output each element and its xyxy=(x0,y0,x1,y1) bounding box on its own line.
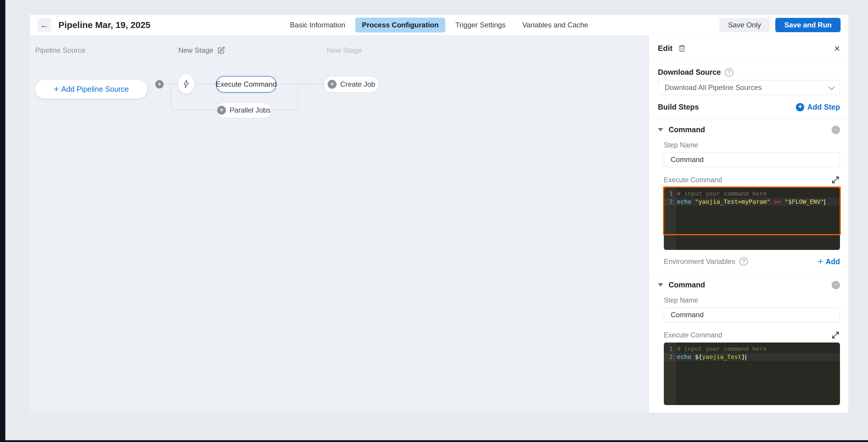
create-job-label: Create Job xyxy=(340,80,375,89)
code-line: 1# input your command here xyxy=(664,190,840,198)
download-source-row: Download Source xyxy=(658,68,840,76)
code-content: # input your command here xyxy=(677,345,767,353)
step-1-name-input[interactable]: Command xyxy=(664,152,840,167)
env-add-button[interactable]: Add xyxy=(818,257,840,267)
tab-variables-and-cache[interactable]: Variables and Cache xyxy=(516,18,595,32)
pipeline-source-column-label: Pipeline Source xyxy=(35,46,85,55)
pipeline-editor-window: Pipeline Mar, 19, 2025 Basic Information… xyxy=(30,15,848,412)
step-1-editor-wrap: 1# input your command here2echo "yaojia_… xyxy=(664,188,840,250)
panel-title: Edit xyxy=(658,44,673,53)
add-step-button[interactable]: Add Step xyxy=(796,103,840,111)
top-header: Pipeline Mar, 19, 2025 Basic Information… xyxy=(30,15,848,35)
help-icon[interactable] xyxy=(740,257,748,266)
pipeline-source-label-text: Pipeline Source xyxy=(35,46,85,55)
tab-process-configuration[interactable]: Process Configuration xyxy=(355,18,445,32)
expand-editor-icon[interactable] xyxy=(831,331,840,340)
page-title: Pipeline Mar, 19, 2025 xyxy=(58,20,151,30)
column-divider-1 xyxy=(160,35,160,412)
new-stage-1-column-label: New Stage xyxy=(178,46,225,55)
plus-circle-icon xyxy=(328,80,337,89)
save-only-button[interactable]: Save Only xyxy=(719,18,770,32)
panel-divider xyxy=(649,118,848,119)
lightning-icon xyxy=(183,79,190,89)
desktop-frame: Pipeline Mar, 19, 2025 Basic Information… xyxy=(0,0,868,442)
step-2-title: Command xyxy=(669,280,705,289)
step-1-execute-label: Execute Command xyxy=(664,176,722,184)
add-pipeline-source-label: Add Pipeline Source xyxy=(61,85,129,94)
step-2-name-input[interactable]: Command xyxy=(664,307,840,322)
line-number: 2 xyxy=(664,198,673,206)
step-1-title: Command xyxy=(669,125,705,134)
add-stage-plus-button[interactable] xyxy=(155,80,164,89)
expand-editor-icon[interactable] xyxy=(831,175,840,184)
trigger-node[interactable] xyxy=(178,74,194,94)
collapse-step-icon[interactable] xyxy=(832,126,840,134)
step-1-execute-row: Execute Command xyxy=(664,175,840,184)
build-steps-label: Build Steps xyxy=(658,103,699,111)
code-content: # input your command here xyxy=(677,190,767,198)
line-number: 1 xyxy=(664,190,673,198)
header-tabs: Basic Information Process Configuration … xyxy=(283,15,595,35)
delete-step-icon[interactable] xyxy=(678,44,686,53)
step-2-command-editor[interactable]: 1# input your command here2echo ${yaojia… xyxy=(664,342,840,405)
plus-icon xyxy=(818,257,823,267)
environment-variables-label: Environment Variables xyxy=(664,257,735,266)
download-source-select[interactable]: Download All Pipeline Sources xyxy=(658,80,840,95)
step-section-2: Command Step Name Command Execute Comman… xyxy=(658,280,840,405)
add-pipeline-source-button[interactable]: Add Pipeline Source xyxy=(35,79,147,99)
panel-divider xyxy=(649,274,848,274)
header-actions: Save Only Save and Run xyxy=(719,18,841,32)
step-2-execute-label: Execute Command xyxy=(664,331,722,339)
execute-command-node-label: Execute Command xyxy=(216,80,277,89)
column-divider-3 xyxy=(464,35,464,412)
collapse-step-icon[interactable] xyxy=(832,281,840,289)
save-and-run-button[interactable]: Save and Run xyxy=(775,18,841,32)
tab-trigger-settings[interactable]: Trigger Settings xyxy=(449,18,513,32)
step-2-name-value: Command xyxy=(671,311,704,319)
text-cursor xyxy=(745,354,746,361)
code-content: echo "yaojia_Test=myParam" >> "$FLOW_ENV… xyxy=(677,198,825,206)
step-1-command-editor[interactable]: 1# input your command here2echo "yaojia_… xyxy=(664,188,840,250)
caret-down-icon xyxy=(658,128,663,131)
line-number: 1 xyxy=(664,345,673,353)
code-line: 2echo "yaojia_Test=myParam" >> "$FLOW_EN… xyxy=(664,198,840,206)
edit-stage-icon[interactable] xyxy=(217,46,225,54)
step-1-header[interactable]: Command xyxy=(658,125,840,134)
parallel-jobs-button[interactable]: Parallel Jobs xyxy=(216,102,272,118)
step-section-1: Command Step Name Command Execute Comman… xyxy=(658,125,840,267)
chevron-down-icon xyxy=(828,83,835,90)
step-1-name-label: Step Name xyxy=(664,141,840,149)
column-divider-2 xyxy=(309,35,310,412)
text-cursor xyxy=(825,199,825,205)
step-1-name-value: Command xyxy=(671,156,704,164)
add-step-label: Add Step xyxy=(807,103,840,111)
pipeline-canvas[interactable]: Pipeline Source New Stage New Stage xyxy=(30,35,649,412)
step-1-code-lines: 1# input your command here2echo "yaojia_… xyxy=(664,190,840,206)
card-body: Pipeline Source New Stage New Stage xyxy=(30,35,848,412)
env-add-label: Add xyxy=(826,257,840,266)
new-stage-2-label-text: New Stage xyxy=(327,46,362,55)
execute-command-node[interactable]: Execute Command xyxy=(216,76,277,93)
edit-panel-inner: Edit Download Source xyxy=(649,35,848,405)
step-2-editor-wrap: 1# input your command here2echo ${yaojia… xyxy=(664,342,840,405)
environment-variables-row: Environment Variables Add xyxy=(664,257,840,267)
parallel-jobs-label: Parallel Jobs xyxy=(229,106,270,114)
edit-panel-header: Edit xyxy=(658,35,840,53)
new-stage-1-label-text: New Stage xyxy=(178,46,213,55)
tab-basic-information[interactable]: Basic Information xyxy=(283,18,352,32)
app-page: Pipeline Mar, 19, 2025 Basic Information… xyxy=(5,0,868,440)
back-button[interactable] xyxy=(37,18,51,32)
line-number: 2 xyxy=(664,353,673,361)
download-source-value: Download All Pipeline Sources xyxy=(665,83,762,92)
close-panel-icon[interactable] xyxy=(834,43,840,53)
edit-panel: Edit Download Source xyxy=(649,35,848,412)
plus-circle-icon xyxy=(796,103,804,111)
code-line: 1# input your command here xyxy=(664,345,840,353)
step-2-execute-row: Execute Command xyxy=(664,331,840,340)
step-2-header[interactable]: Command xyxy=(658,280,840,289)
step-2-name-label: Step Name xyxy=(664,296,840,304)
plus-circle-icon xyxy=(217,106,226,115)
help-icon[interactable] xyxy=(725,68,733,76)
create-job-button[interactable]: Create Job xyxy=(324,76,379,93)
plus-icon xyxy=(54,84,59,94)
